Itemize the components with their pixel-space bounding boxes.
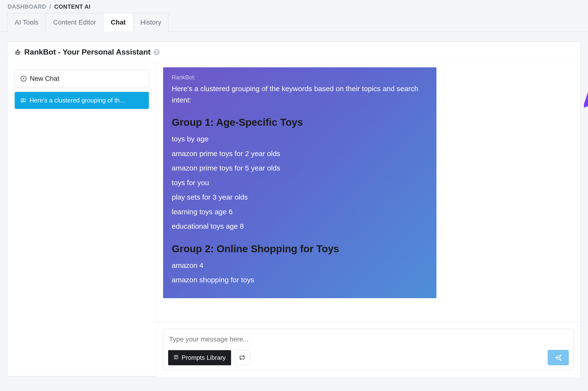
breadcrumb-separator: / bbox=[48, 3, 53, 10]
composer-wrap: Prompts Library bbox=[156, 322, 581, 377]
breadcrumb: DASHBOARD / CONTENT AI bbox=[0, 0, 588, 13]
send-button[interactable] bbox=[548, 350, 569, 365]
help-icon[interactable]: ? bbox=[153, 49, 160, 55]
chat-history-label: Here's a clustered grouping of th… bbox=[30, 97, 126, 104]
svg-point-0 bbox=[17, 50, 18, 51]
prompts-library-label: Prompts Library bbox=[182, 354, 226, 361]
list-item: toys by age bbox=[172, 133, 428, 145]
bot-message: RankBot: Here's a clustered grouping of … bbox=[163, 67, 436, 298]
tab-content-editor[interactable]: Content Editor bbox=[46, 13, 104, 31]
group2-title: Group 2: Online Shopping for Toys bbox=[172, 243, 428, 255]
list-item: amazon shopping for toys bbox=[172, 274, 428, 286]
list-item: amazon prime toys for 2 year olds bbox=[172, 148, 428, 159]
bot-lead-text: Here's a clustered grouping of the keywo… bbox=[172, 83, 428, 105]
new-chat-button[interactable]: + New Chat bbox=[15, 70, 149, 88]
tab-strip: AI Tools Content Editor Chat History bbox=[0, 13, 588, 31]
chat-main: RankBot: Here's a clustered grouping of … bbox=[156, 63, 581, 377]
tab-ai-tools[interactable]: AI Tools bbox=[7, 13, 46, 31]
repeat-button[interactable] bbox=[234, 350, 250, 365]
list-item: amazon 4 bbox=[172, 260, 428, 271]
svg-point-2 bbox=[17, 52, 17, 53]
robot-icon bbox=[14, 49, 21, 56]
tab-history[interactable]: History bbox=[133, 13, 169, 31]
list-item: play sets for 3 year olds bbox=[172, 192, 428, 203]
message-input[interactable] bbox=[168, 334, 569, 345]
composer: Prompts Library bbox=[163, 329, 574, 370]
breadcrumb-dashboard[interactable]: DASHBOARD bbox=[8, 3, 46, 10]
list-item: educational toys age 8 bbox=[172, 221, 428, 232]
group1-list: toys by age amazon prime toys for 2 year… bbox=[172, 133, 428, 232]
bot-from-label: RankBot: bbox=[172, 74, 428, 81]
plus-icon: + bbox=[21, 76, 26, 82]
list-item: learning toys age 6 bbox=[172, 206, 428, 218]
new-chat-label: New Chat bbox=[30, 75, 59, 83]
chat-sidebar: + New Chat Here's a clustered grouping o… bbox=[7, 63, 156, 377]
chat-card: RankBot - Your Personal Assistant ? + Ne… bbox=[7, 42, 581, 376]
send-icon bbox=[554, 354, 562, 361]
breadcrumb-current: CONTENT AI bbox=[54, 3, 91, 10]
list-item: amazon prime toys for 5 year olds bbox=[172, 163, 428, 174]
repeat-icon bbox=[239, 354, 246, 361]
svg-point-3 bbox=[18, 52, 19, 53]
svg-rect-4 bbox=[21, 99, 25, 102]
card-title: RankBot - Your Personal Assistant bbox=[24, 48, 151, 57]
card-header: RankBot - Your Personal Assistant ? bbox=[7, 42, 581, 63]
group2-list: amazon 4 amazon shopping for toys bbox=[172, 260, 428, 286]
group1-title: Group 1: Age-Specific Toys bbox=[172, 117, 428, 128]
library-icon bbox=[173, 354, 179, 361]
chat-bubble-icon bbox=[20, 98, 26, 103]
list-item: toys for you bbox=[172, 177, 428, 189]
chat-history-item[interactable]: Here's a clustered grouping of th… bbox=[15, 92, 149, 109]
prompts-library-button[interactable]: Prompts Library bbox=[168, 350, 231, 365]
tab-chat[interactable]: Chat bbox=[103, 13, 133, 31]
messages-area: RankBot: Here's a clustered grouping of … bbox=[156, 63, 581, 322]
